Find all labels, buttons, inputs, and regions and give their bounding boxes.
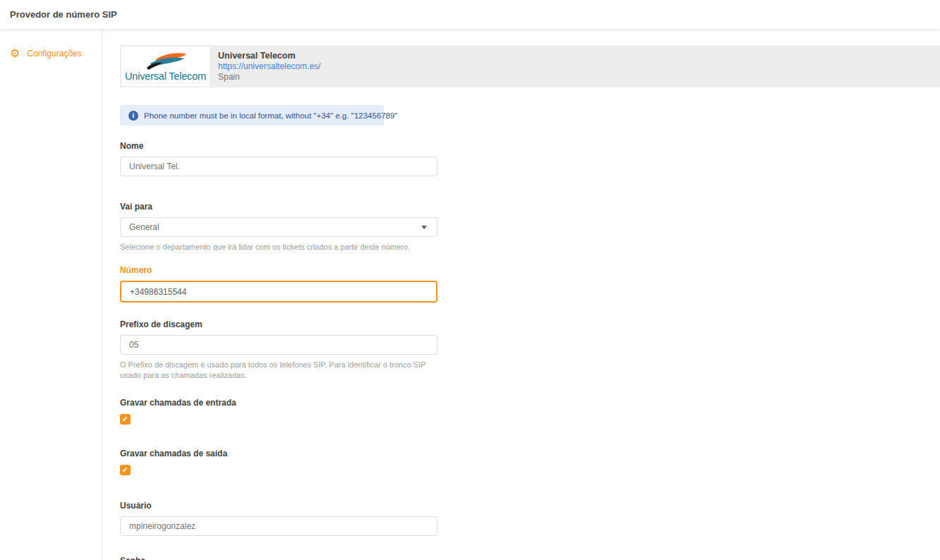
gravar-entrada-label: Gravar chamadas de entrada [120,398,438,408]
provider-logo: Universal Telecom [121,47,210,86]
gravar-entrada-checkbox[interactable] [120,414,131,425]
logo-swoosh-icon [143,51,188,70]
gravar-saida-label: Gravar chamadas de saída [120,449,438,458]
nome-input[interactable] [120,157,438,176]
provider-url-link[interactable]: https://universaltelecom.es/ [218,61,320,72]
field-senha: Senha [120,556,438,560]
nome-label: Nome [120,141,438,151]
gear-icon: ⚙ [10,49,20,59]
prefixo-input[interactable] [120,335,438,355]
sidebar: ⚙ Configurações [0,29,102,560]
top-bar: Provedor de número SIP [0,0,940,29]
provider-name: Universal Telecom [218,51,320,61]
field-vai-para: Vai para General Selecione o departament… [120,202,438,252]
info-banner: i Phone number must be in local format, … [120,105,384,126]
field-gravar-saida: Gravar chamadas de saída [120,449,438,478]
sidebar-item-configuracoes[interactable]: ⚙ Configurações [0,46,102,61]
numero-label: Número [120,265,438,275]
prefixo-label: Prefixo de discagem [120,319,438,329]
dropdown-arrow-icon [421,226,427,229]
main-content: Universal Telecom Universal Telecom http… [102,29,940,560]
logo-caption: Universal Telecom [125,71,206,82]
vai-para-select[interactable]: General [120,217,438,237]
usuario-label: Usuário [120,501,438,511]
senha-label: Senha [120,556,438,560]
sidebar-item-label: Configurações [27,49,81,59]
provider-info: Universal Telecom https://universaltelec… [218,51,320,83]
field-usuario: Usuário [120,501,438,536]
field-prefixo: Prefixo de discagem O Prefixo de discage… [120,319,438,381]
vai-para-help-text: Selecione o departamento que irá lidar c… [120,242,438,252]
gravar-saida-checkbox[interactable] [120,465,131,475]
numero-input[interactable] [120,281,438,303]
vai-para-selected-value: General [129,222,159,232]
provider-country: Spain [218,72,320,83]
field-nome: Nome [120,141,438,176]
info-banner-text: Phone number must be in local format, wi… [144,111,397,120]
prefixo-help-text: O Prefixo de discagem é usado para todos… [120,360,438,381]
info-icon: i [128,111,138,121]
field-gravar-entrada: Gravar chamadas de entrada [120,398,438,427]
usuario-input[interactable] [120,516,438,536]
provider-card: Universal Telecom Universal Telecom http… [120,45,940,87]
vai-para-label: Vai para [120,202,438,212]
field-numero: Número [120,265,438,303]
page-title: Provedor de número SIP [10,9,117,20]
